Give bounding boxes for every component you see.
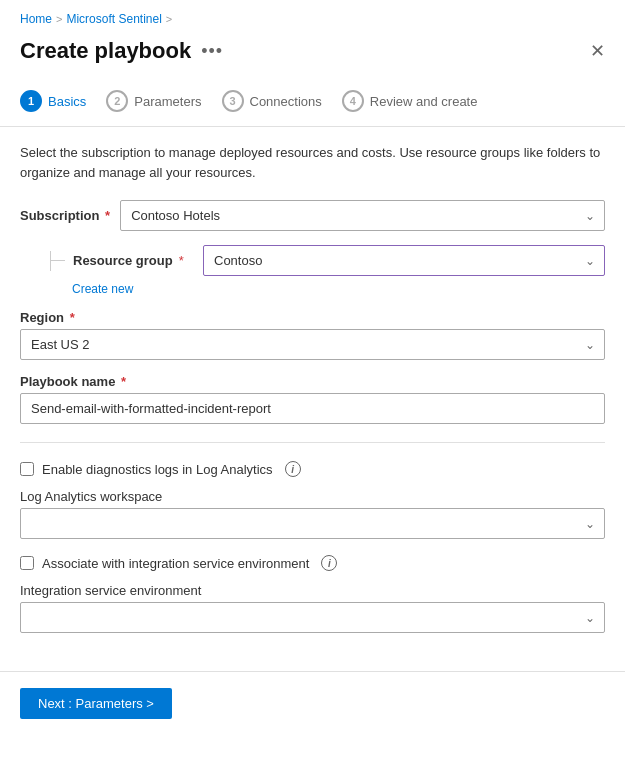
footer-bar: Next : Parameters > xyxy=(0,671,625,735)
playbook-name-field-group: Playbook name * xyxy=(20,374,605,424)
integration-env-field-group: Integration service environment ⌄ xyxy=(20,583,605,633)
page-header: Create playbook ••• ✕ xyxy=(0,34,625,76)
integration-checkbox[interactable] xyxy=(20,556,34,570)
breadcrumb-sentinel[interactable]: Microsoft Sentinel xyxy=(66,12,161,26)
resource-group-required: * xyxy=(179,253,184,268)
breadcrumb-sep1: > xyxy=(56,13,62,25)
diagnostics-checkbox-row: Enable diagnostics logs in Log Analytics… xyxy=(20,461,605,477)
log-analytics-select[interactable] xyxy=(20,508,605,539)
next-button[interactable]: Next : Parameters > xyxy=(20,688,172,719)
resource-group-select[interactable]: Contoso xyxy=(203,245,605,276)
step-connections[interactable]: 3 Connections xyxy=(222,90,342,112)
step-parameters-label: Parameters xyxy=(134,94,201,109)
page-title: Create playbook xyxy=(20,38,191,64)
breadcrumb-sep2: > xyxy=(166,13,172,25)
log-analytics-field-group: Log Analytics workspace ⌄ xyxy=(20,489,605,539)
step-parameters-num: 2 xyxy=(106,90,128,112)
playbook-name-label: Playbook name xyxy=(20,374,115,389)
step-parameters[interactable]: 2 Parameters xyxy=(106,90,221,112)
step-review-num: 4 xyxy=(342,90,364,112)
create-new-link[interactable]: Create new xyxy=(72,282,133,296)
subscription-label: Subscription xyxy=(20,208,99,223)
integration-env-label: Integration service environment xyxy=(20,583,201,598)
diagnostics-checkbox[interactable] xyxy=(20,462,34,476)
steps-bar: 1 Basics 2 Parameters 3 Connections 4 Re… xyxy=(0,76,625,127)
integration-label: Associate with integration service envir… xyxy=(42,556,309,571)
region-required: * xyxy=(70,310,75,325)
subscription-field-group: Subscription * Contoso Hotels ⌄ xyxy=(20,200,605,231)
playbook-name-required: * xyxy=(121,374,126,389)
step-basics-num: 1 xyxy=(20,90,42,112)
integration-checkbox-row: Associate with integration service envir… xyxy=(20,555,605,571)
resource-group-label: Resource group xyxy=(73,253,173,268)
step-connections-label: Connections xyxy=(250,94,322,109)
diagnostics-label: Enable diagnostics logs in Log Analytics xyxy=(42,462,273,477)
main-content: Select the subscription to manage deploy… xyxy=(0,127,625,663)
subscription-select[interactable]: Contoso Hotels xyxy=(120,200,605,231)
diagnostics-info-icon[interactable]: i xyxy=(285,461,301,477)
resource-group-field-group: Resource group * Contoso ⌄ Create new xyxy=(50,245,605,296)
step-basics[interactable]: 1 Basics xyxy=(20,90,106,112)
more-icon[interactable]: ••• xyxy=(201,41,223,62)
step-review-label: Review and create xyxy=(370,94,478,109)
close-icon[interactable]: ✕ xyxy=(590,40,605,62)
step-review[interactable]: 4 Review and create xyxy=(342,90,498,112)
description-text: Select the subscription to manage deploy… xyxy=(20,143,605,182)
log-analytics-label: Log Analytics workspace xyxy=(20,489,162,504)
integration-info-icon[interactable]: i xyxy=(321,555,337,571)
step-basics-label: Basics xyxy=(48,94,86,109)
region-label: Region xyxy=(20,310,64,325)
playbook-name-input[interactable] xyxy=(20,393,605,424)
region-field-group: Region * East US 2 ⌄ xyxy=(20,310,605,360)
rg-connector-line xyxy=(50,251,65,271)
separator xyxy=(20,442,605,443)
subscription-required: * xyxy=(105,208,110,223)
breadcrumb: Home > Microsoft Sentinel > xyxy=(0,0,625,34)
integration-env-select[interactable] xyxy=(20,602,605,633)
step-connections-num: 3 xyxy=(222,90,244,112)
region-select[interactable]: East US 2 xyxy=(20,329,605,360)
breadcrumb-home[interactable]: Home xyxy=(20,12,52,26)
